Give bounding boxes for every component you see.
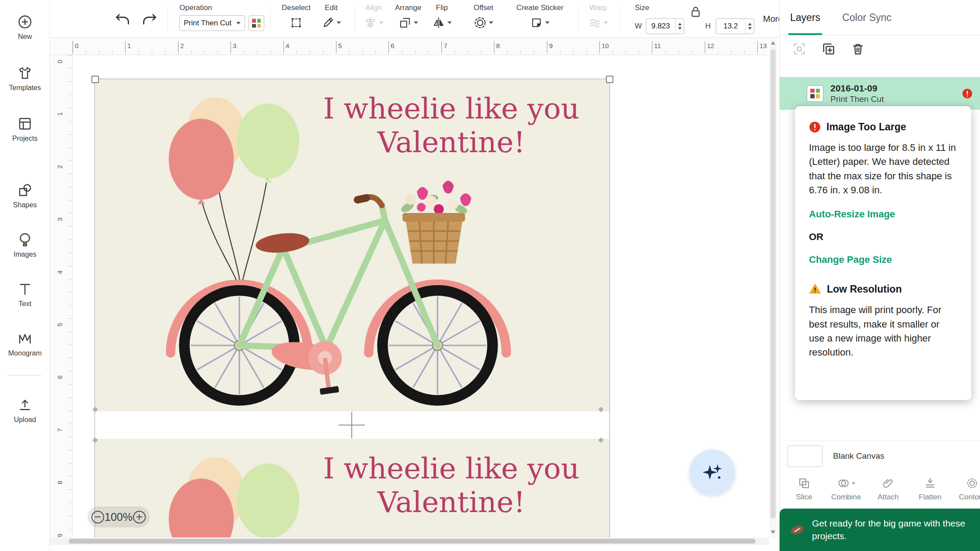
attach-button[interactable]: Attach: [867, 471, 909, 509]
sidebar-item-monogram[interactable]: Monogram: [0, 331, 50, 357]
horizontal-scroll-thumb[interactable]: [69, 539, 756, 544]
valentine-card-page-2[interactable]: I wheelie like you Valentine!: [95, 439, 609, 537]
toolbar-divider: [270, 5, 270, 32]
contour-icon: [966, 477, 979, 490]
change-page-size-link[interactable]: Change Page Size: [809, 254, 957, 265]
ruler-tick-label: 13: [757, 41, 767, 52]
layers-panel: Layers Color Sync 2016-01-09 Print Then …: [779, 0, 980, 551]
select-all-button[interactable]: [792, 42, 807, 56]
arrange-button[interactable]: Arrange: [395, 3, 421, 31]
sidebar-item-templates[interactable]: Templates: [0, 65, 50, 92]
aspect-lock-button[interactable]: [690, 5, 702, 18]
ai-assistant-button[interactable]: [690, 450, 735, 495]
width-stepper[interactable]: [675, 19, 684, 34]
warning-icon: [809, 283, 821, 295]
deselect-icon: [290, 16, 303, 29]
toolbar-divider: [168, 5, 168, 32]
tab-layers[interactable]: Layers: [790, 0, 820, 35]
toolbar-divider: [578, 5, 578, 32]
zoom-control: 100%: [88, 506, 150, 527]
card-text-line2: Valentine!: [377, 485, 525, 519]
edit-button[interactable]: Edit: [322, 3, 341, 31]
ruler-tick-label: 4: [56, 265, 63, 280]
height-label: H: [705, 22, 710, 31]
deselect-button[interactable]: Deselect: [282, 3, 311, 31]
ruler-tick-label: 11: [652, 41, 661, 52]
pencil-icon: [322, 16, 335, 29]
sidebar-item-text[interactable]: Text: [0, 281, 50, 308]
sidebar-item-label: Images: [14, 251, 36, 258]
vertical-scroll-thumb[interactable]: [770, 49, 776, 519]
selection-handle-top-right[interactable]: [606, 76, 613, 83]
delete-button[interactable]: [850, 42, 865, 56]
operation-label: Operation: [179, 3, 245, 12]
chevron-down-icon: [545, 21, 550, 24]
stepper-up-icon: [748, 23, 752, 25]
width-input[interactable]: 9.823: [646, 18, 684, 34]
horizontal-ruler: 0 1 2 3 4 5 6 7 8 9 10 11 12 13: [73, 38, 767, 55]
ruler-tick-label: 12: [705, 41, 714, 52]
flatten-icon: [924, 477, 937, 490]
operation-select[interactable]: Print Then Cut: [179, 15, 245, 31]
ruler-tick-label: 0: [73, 41, 78, 52]
zoom-in-button[interactable]: [133, 511, 146, 523]
layer-row[interactable]: 2016-01-09 Print Then Cut: [780, 77, 980, 110]
slice-button[interactable]: Slice: [783, 471, 825, 509]
panel-tabs: Layers Color Sync: [780, 0, 980, 35]
sidebar-item-images[interactable]: Images: [0, 232, 50, 258]
scroll-down-arrow[interactable]: [771, 530, 775, 534]
zoom-out-button[interactable]: [91, 511, 104, 523]
sidebar-item-upload[interactable]: Upload: [0, 397, 50, 424]
layer-error-badge[interactable]: [962, 88, 973, 99]
width-label: W: [635, 22, 642, 31]
card-text-line1: I wheelie like you: [323, 92, 580, 126]
sidebar-divider: [8, 375, 42, 376]
create-sticker-button[interactable]: Create Sticker: [516, 3, 564, 31]
warp-button[interactable]: Warp: [588, 3, 608, 31]
design-canvas[interactable]: I wheelie like you Valentine! I wheelie …: [73, 55, 767, 537]
flip-icon: [432, 16, 445, 29]
size-label: Size: [635, 3, 649, 12]
tab-color-sync[interactable]: Color Sync: [842, 0, 891, 35]
offset-icon: [473, 16, 486, 29]
flip-button[interactable]: Flip: [432, 3, 452, 31]
scroll-up-arrow[interactable]: [771, 41, 775, 45]
height-input[interactable]: 13.2: [716, 18, 754, 34]
duplicate-button[interactable]: [821, 42, 836, 56]
ruler-tick-label: 6: [388, 41, 394, 52]
warning-body: This image will print poorly. For best r…: [809, 303, 957, 359]
undo-button[interactable]: [115, 11, 130, 27]
combine-button[interactable]: Combine: [825, 471, 867, 509]
material-swatch-button[interactable]: [248, 15, 264, 31]
ruler-tick-label: 7: [441, 41, 447, 52]
sidebar-item-label: Upload: [14, 416, 36, 424]
valentine-card-page-1[interactable]: I wheelie like you Valentine!: [95, 79, 609, 411]
vertical-scrollbar[interactable]: [769, 38, 777, 537]
contour-button[interactable]: Contour: [951, 471, 980, 509]
auto-resize-link[interactable]: Auto-Resize Image: [809, 209, 957, 220]
ruler-tick-label: 3: [56, 212, 63, 227]
offset-button[interactable]: Offset: [473, 3, 493, 31]
blank-canvas-row[interactable]: Blank Canvas: [780, 440, 980, 471]
redo-button[interactable]: [142, 11, 158, 27]
valentine-card-art: I wheelie like you Valentine!: [95, 79, 609, 411]
height-stepper[interactable]: [745, 19, 754, 34]
sidebar-item-shapes[interactable]: Shapes: [0, 182, 50, 209]
align-button[interactable]: Align: [364, 3, 384, 31]
ruler-tick-label: 8: [494, 41, 500, 52]
promo-banner[interactable]: Get ready for the big game with these pr…: [780, 509, 980, 551]
ruler-tick-label: 3: [231, 41, 236, 52]
error-icon: [962, 88, 973, 99]
flatten-button[interactable]: Flatten: [909, 471, 951, 509]
selection-handle-top-left[interactable]: [91, 76, 99, 83]
ruler-corner: [50, 38, 73, 55]
horizontal-scrollbar[interactable]: [50, 537, 769, 545]
edit-toolbar: Operation Print Then Cut Deselect Edit A…: [50, 0, 779, 38]
warp-icon: [588, 16, 602, 29]
chevron-down-icon: [337, 21, 341, 24]
sidebar-item-new[interactable]: New: [0, 14, 50, 41]
redo-icon: [142, 11, 158, 27]
sidebar-item-projects[interactable]: Projects: [0, 116, 50, 143]
ruler-tick-label: 8: [56, 475, 63, 491]
chevron-down-icon: [236, 22, 241, 24]
